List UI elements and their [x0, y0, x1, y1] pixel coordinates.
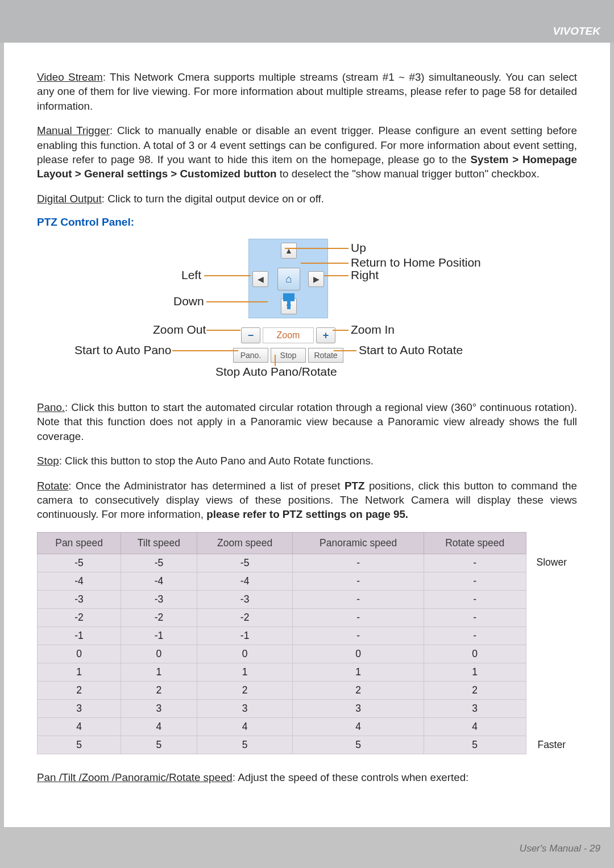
th-panoramic: Panoramic speed — [293, 532, 424, 554]
ptz-dpad: ▲ ▼ ◀ ▶ ⌂ — [248, 239, 328, 318]
table-cell: -2 — [197, 608, 293, 626]
table-cell: - — [424, 572, 526, 590]
rotate-title: Rotate — [37, 480, 68, 492]
table-cell: -3 — [121, 590, 197, 608]
slower-label: Slower — [526, 554, 577, 736]
table-row: -3-3-3-- — [38, 590, 578, 608]
table-cell: 0 — [38, 645, 121, 663]
th-tilt: Tilt speed — [121, 532, 197, 554]
video-stream-body: : This Network Cmera supports multiple s… — [37, 71, 577, 112]
table-cell: 0 — [293, 645, 424, 663]
table-cell: - — [293, 608, 424, 626]
table-cell: 4 — [197, 717, 293, 736]
line — [333, 330, 349, 331]
table-row: -5-5-5--Slower — [38, 554, 578, 572]
table-cell: -5 — [197, 554, 293, 572]
digital-output-title: Digital Output — [37, 193, 102, 205]
th-blank — [526, 532, 577, 554]
pano-paragraph: Pano.: Click this button to start the au… — [37, 400, 577, 443]
table-cell: - — [293, 554, 424, 572]
callout-stop-auto: Stop Auto Pano/Rotate — [215, 365, 337, 379]
callout-home: Return to Home Position — [351, 256, 481, 269]
table-cell: -3 — [38, 590, 121, 608]
rotate-ref-bold: please refer to PTZ settings on page 95. — [206, 508, 408, 520]
stop-button[interactable]: Stop — [271, 348, 306, 363]
table-cell: -4 — [121, 572, 197, 590]
line — [275, 355, 276, 366]
line — [323, 275, 349, 276]
table-cell: -2 — [38, 608, 121, 626]
table-cell: 0 — [424, 645, 526, 663]
table-cell: 3 — [121, 699, 197, 717]
table-cell: 4 — [121, 717, 197, 736]
th-zoom: Zoom speed — [197, 532, 293, 554]
line — [204, 275, 251, 276]
table-cell: 4 — [38, 717, 121, 736]
table-cell: -4 — [197, 572, 293, 590]
table-cell: 2 — [197, 681, 293, 699]
ptz-left-button[interactable]: ◀ — [252, 271, 268, 287]
table-cell: 2 — [424, 681, 526, 699]
callout-auto-rotate: Start to Auto Rotate — [359, 343, 463, 357]
table-cell: 5 — [293, 736, 424, 754]
table-cell: 1 — [38, 663, 121, 681]
line — [172, 350, 238, 351]
line — [206, 330, 240, 331]
table-cell: -4 — [38, 572, 121, 590]
table-header-row: Pan speed Tilt speed Zoom speed Panorami… — [38, 532, 578, 554]
table-cell: 1 — [293, 663, 424, 681]
table-row: -4-4-4-- — [38, 572, 578, 590]
digital-output-body: : Click to turn the digital output devic… — [102, 193, 324, 205]
table-row: -1-1-1-- — [38, 626, 578, 645]
video-stream-title: Video Stream — [37, 71, 103, 83]
speed-paragraph: Pan /Tilt /Zoom /Panoramic/Rotate speed:… — [37, 770, 577, 784]
zoom-label: Zoom — [263, 327, 314, 343]
rotate-body-a: : Once the Administrator has determined … — [68, 480, 345, 492]
table-cell: 1 — [197, 663, 293, 681]
table-cell: 4 — [293, 717, 424, 736]
table-cell: 3 — [197, 699, 293, 717]
footer-bar: User's Manual - 29 — [0, 827, 614, 868]
manual-trigger-paragraph: Manual Trigger: Click to manually enable… — [37, 123, 577, 181]
table-cell: 2 — [38, 681, 121, 699]
ptz-right-button[interactable]: ▶ — [308, 271, 324, 287]
callout-left: Left — [181, 268, 201, 282]
zoom-out-button[interactable]: − — [241, 327, 260, 343]
table-cell: 5 — [424, 736, 526, 754]
table-cell: - — [424, 626, 526, 645]
rotate-ptz-bold: PTZ — [345, 480, 364, 492]
header-bar: VIVOTEK — [0, 0, 614, 43]
pano-body: : Click this button to start the automat… — [37, 401, 577, 442]
table-row: -2-2-2-- — [38, 608, 578, 626]
pano-button[interactable]: Pano. — [233, 348, 268, 363]
stop-paragraph: Stop: Click this button to stop the Auto… — [37, 454, 577, 468]
table-cell: - — [424, 608, 526, 626]
faster-label: Faster — [526, 736, 577, 754]
table-row: 33333 — [38, 699, 578, 717]
stop-title: Stop — [37, 455, 59, 467]
table-row: 22222 — [38, 681, 578, 699]
table-cell: 2 — [121, 681, 197, 699]
table-row: 11111 — [38, 663, 578, 681]
ptz-zoom-row: − Zoom + — [226, 327, 351, 343]
manual-trigger-body-b: to deselect the "show manual trigger but… — [277, 168, 540, 180]
ptz-section-title: PTZ Control Panel: — [37, 216, 577, 229]
ptz-up-button[interactable]: ▲ — [281, 243, 297, 259]
table-cell: 3 — [38, 699, 121, 717]
table-cell: -5 — [38, 554, 121, 572]
ptz-joystick-handle[interactable] — [283, 293, 294, 301]
ptz-diagram: ▲ ▼ ◀ ▶ ⌂ − Zoom + Pano. Stop Rotate Up … — [37, 235, 577, 383]
ptz-home-button[interactable]: ⌂ — [277, 268, 300, 290]
table-row: 44444 — [38, 717, 578, 736]
video-stream-paragraph: Video Stream: This Network Cmera support… — [37, 70, 577, 113]
digital-output-paragraph: Digital Output: Click to turn the digita… — [37, 192, 577, 206]
table-cell: 1 — [424, 663, 526, 681]
speed-title: Pan /Tilt /Zoom /Panoramic/Rotate speed — [37, 771, 233, 783]
table-cell: 5 — [38, 736, 121, 754]
table-cell: 0 — [197, 645, 293, 663]
footer-text: User's Manual - 29 — [520, 843, 600, 854]
stop-body: : Click this button to stop the Auto Pan… — [59, 455, 374, 467]
table-cell: -1 — [121, 626, 197, 645]
table-cell: -1 — [197, 626, 293, 645]
rotate-paragraph: Rotate: Once the Administrator has deter… — [37, 479, 577, 522]
